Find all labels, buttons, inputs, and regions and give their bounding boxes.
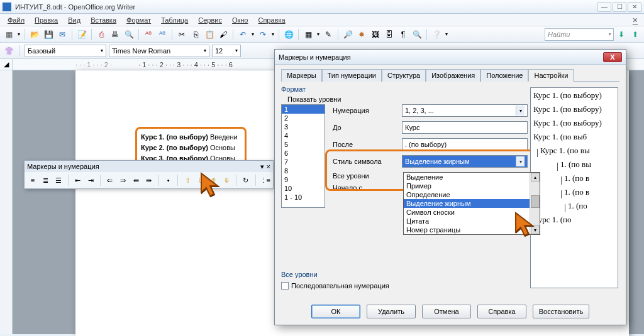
levels-listbox[interactable]: 1 2 3 4 5 6 7 8 9 10 1 - 10	[281, 104, 325, 208]
mail-button[interactable]: ✉	[56, 28, 69, 41]
move-up-icon[interactable]: ⇧	[182, 174, 193, 187]
pdf-export-button[interactable]: ⎙	[95, 28, 108, 41]
show-draw-button[interactable]: ✎	[322, 28, 335, 41]
cancel-button[interactable]: Отмена	[422, 305, 471, 318]
font-size-select[interactable]: 12▾	[212, 45, 241, 57]
menu-tools[interactable]: Сервис	[193, 15, 227, 25]
dropdown-scrollbar[interactable]: ▴ ▾	[530, 173, 540, 234]
maximize-button[interactable]: ☐	[613, 2, 626, 12]
tab-options[interactable]: Настройки	[528, 69, 574, 82]
edit-mode-button[interactable]: 📝	[75, 28, 88, 41]
move-down-icon[interactable]: ⇩	[195, 174, 206, 187]
list-ordered-icon[interactable]: ≣	[40, 174, 52, 187]
undo-arrow[interactable]: ▾	[250, 28, 255, 41]
menu-table[interactable]: Таблица	[156, 15, 193, 25]
numbering-select[interactable]: 1, 2, 3, ...▾	[402, 104, 528, 117]
format-paint-button[interactable]: 🖌	[217, 28, 230, 41]
dropdown-item[interactable]: Символ сноски	[404, 208, 540, 217]
scroll-up-icon[interactable]: ▴	[531, 173, 540, 182]
gallery-button[interactable]: 🖼	[369, 28, 382, 41]
scroll-thumb[interactable]	[531, 195, 540, 208]
delete-button[interactable]: Удалить	[367, 305, 416, 318]
hyperlink-button[interactable]: 🌐	[282, 28, 295, 41]
menu-edit[interactable]: Правка	[30, 15, 63, 25]
move-up-sub-icon[interactable]: ⤊	[208, 174, 219, 187]
print-button[interactable]: 🖶	[109, 28, 121, 41]
dropdown-item[interactable]: Номер страницы	[404, 225, 540, 234]
minimize-button[interactable]: —	[597, 2, 611, 12]
list-none-icon[interactable]: ☰	[53, 174, 64, 187]
new-arrow[interactable]: ▾	[16, 28, 21, 41]
dropdown-item[interactable]: Определение	[404, 190, 540, 199]
tab-outline[interactable]: Структура	[382, 69, 426, 82]
autospell-button[interactable]: ᴬᴮ	[156, 28, 169, 41]
bullets-dialog-icon[interactable]: ⋮≡	[259, 174, 270, 187]
indent-increase-icon[interactable]: ⇥	[86, 174, 97, 187]
floating-toolbar-close[interactable]: ×	[267, 163, 270, 171]
ok-button[interactable]: ОК	[311, 305, 360, 318]
nonprint-button[interactable]: ¶	[397, 28, 409, 41]
tab-position[interactable]: Положение	[480, 69, 528, 82]
document-close-button[interactable]: ×	[629, 15, 641, 25]
cut-button[interactable]: ✂	[175, 28, 188, 41]
find-button[interactable]: 🔎	[341, 28, 354, 41]
dropdown-item[interactable]: Выделение жирным	[404, 199, 540, 208]
restart-numbering-icon[interactable]: ↻	[240, 174, 252, 187]
help-arrow[interactable]: ▾	[444, 28, 449, 41]
find-next-button[interactable]: ⬇	[615, 28, 628, 41]
promote-icon[interactable]: ⇐	[104, 174, 116, 187]
redo-button[interactable]: ↷	[257, 28, 269, 41]
save-button[interactable]: 💾	[42, 28, 55, 41]
menu-file[interactable]: Файл	[3, 15, 30, 25]
dialog-titlebar[interactable]: Маркеры и нумерация X	[275, 50, 626, 65]
indent-decrease-icon[interactable]: ⇤	[72, 174, 84, 187]
menu-window[interactable]: Окно	[227, 15, 253, 25]
scroll-down-icon[interactable]: ▾	[531, 225, 540, 234]
table-insert-button[interactable]: ▦	[302, 28, 314, 41]
reset-button[interactable]: Восстановить	[533, 305, 589, 318]
styles-button[interactable]: 👚	[3, 45, 15, 57]
before-input[interactable]: Курс	[402, 121, 528, 134]
menu-insert[interactable]: Вставка	[86, 15, 121, 25]
copy-button[interactable]: ⎘	[189, 28, 202, 41]
help-button[interactable]: Справка	[477, 305, 526, 318]
paste-button[interactable]: 📋	[203, 28, 216, 41]
help-button[interactable]: ❔	[430, 28, 443, 41]
after-input[interactable]: . (по выбору)	[402, 138, 528, 151]
list-unordered-icon[interactable]: ≡	[27, 174, 38, 187]
tab-numbering-type[interactable]: Тип нумерации	[322, 69, 382, 82]
dropdown-item[interactable]: Пример	[404, 182, 540, 190]
dropdown-item[interactable]: Цитата	[404, 217, 540, 225]
floating-toolbar-titlebar[interactable]: Маркеры и нумерация ▾×	[25, 161, 273, 172]
paragraph-style-select[interactable]: Базовый▾	[25, 45, 106, 57]
navigator-button[interactable]: ✸	[355, 28, 368, 41]
datasource-button[interactable]: 🗄	[383, 28, 396, 41]
charstyle-dropdown[interactable]: Выделение Пример Определение Выделение ж…	[403, 172, 540, 235]
no-number-icon[interactable]: •	[163, 174, 174, 187]
redo-arrow[interactable]: ▾	[270, 28, 275, 41]
demote-sub-icon[interactable]: ⇛	[143, 174, 155, 187]
floating-toolbar-pin[interactable]: ▾	[260, 163, 264, 171]
dialog-close-button[interactable]: X	[603, 52, 622, 62]
menu-view[interactable]: Вид	[63, 15, 86, 25]
menu-format[interactable]: Формат	[121, 15, 156, 25]
open-button[interactable]: 📂	[28, 28, 41, 41]
vertical-ruler[interactable]	[0, 70, 13, 334]
new-doc-button[interactable]: ▦	[3, 28, 15, 41]
font-name-select[interactable]: Times New Roman▾	[109, 45, 209, 57]
undo-button[interactable]: ↶	[236, 28, 249, 41]
spellcheck-button[interactable]: ᴬᴮ	[142, 28, 155, 41]
close-button[interactable]: ✕	[628, 2, 641, 12]
zoom-button[interactable]: 🔍	[411, 28, 423, 41]
preview-button[interactable]: 🔍	[123, 28, 135, 41]
table-arrow[interactable]: ▾	[316, 28, 321, 41]
tab-bullets[interactable]: Маркеры	[281, 69, 322, 82]
menu-help[interactable]: Справка	[253, 15, 290, 25]
promote-sub-icon[interactable]: ⇚	[130, 174, 142, 187]
move-down-sub-icon[interactable]: ⤋	[221, 174, 232, 187]
find-input[interactable]: Найти▾	[545, 28, 614, 41]
find-prev-button[interactable]: ⬆	[629, 28, 641, 41]
demote-icon[interactable]: ⇒	[118, 174, 129, 187]
tab-graphics[interactable]: Изображения	[426, 69, 480, 82]
dropdown-item[interactable]: Выделение	[404, 173, 540, 182]
